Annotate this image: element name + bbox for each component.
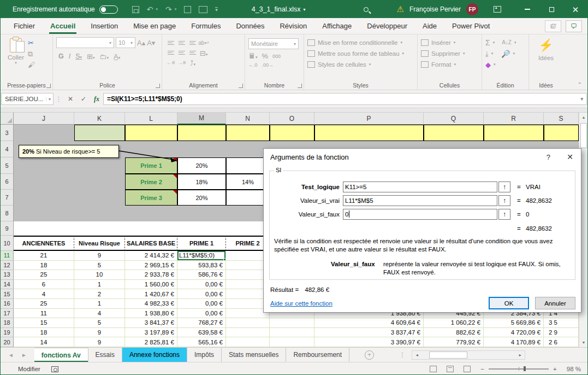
cell-L18[interactable]: 3 841,37 € (125, 318, 177, 328)
sort-filter-icon[interactable]: A↓Z (502, 40, 512, 45)
collapse-dialog-icon[interactable]: ↑ (498, 195, 510, 206)
document-title[interactable]: 4_3_1_final.xlsx▾ (252, 5, 306, 13)
ribbon-display-options-icon[interactable] (494, 6, 501, 13)
row-header-13[interactable]: 13 (1, 270, 14, 280)
row-header-4[interactable]: 4 (1, 141, 14, 157)
ideas-button[interactable]: ⚡ Idées (532, 39, 560, 61)
cell-S18[interactable]: 3 5 (544, 318, 579, 328)
align-top-icon[interactable] (168, 41, 174, 45)
comma-style-button[interactable]: 000 (272, 54, 281, 59)
cell-K17[interactable]: 4 (74, 309, 125, 319)
cell-L11[interactable]: 2 414,32 € (125, 251, 177, 261)
cell-K14[interactable]: 1 (74, 280, 125, 290)
sheet-tab-remboursement[interactable]: Remboursement (286, 348, 349, 362)
ribbon-tab-accueil[interactable]: Accueil (43, 18, 83, 34)
cell-N3[interactable] (226, 125, 270, 141)
shrink-font-icon[interactable]: A▾ (147, 39, 155, 46)
cell-J7[interactable] (14, 190, 74, 206)
dialog-close-icon[interactable]: ✕ (567, 153, 573, 161)
collapse-ribbon-icon[interactable]: ⌃ (578, 81, 582, 87)
ribbon-tab-fichier[interactable]: Fichier (6, 18, 43, 34)
sheet-more-icon[interactable]: ⋮ (399, 351, 405, 359)
select-all-corner[interactable] (1, 113, 14, 125)
zoom-slider[interactable] (489, 368, 549, 369)
arg-input-test_logique[interactable]: K11>=5 (343, 181, 497, 192)
sheet-tab-stats-mensuelles[interactable]: Stats mensuelles (222, 348, 286, 362)
cell-L17[interactable]: 1 938,80 € (125, 309, 177, 319)
page-layout-view-icon[interactable] (447, 366, 454, 372)
active-cell-M11[interactable]: L11*$M$5;0) (177, 251, 226, 261)
cell-M20[interactable]: 565,16 € (177, 337, 226, 347)
cell-M8[interactable] (177, 206, 226, 221)
font-name-select[interactable]: ▾ (56, 37, 114, 48)
sheet-tab-fonctions-av[interactable]: fonctions Av (34, 348, 88, 362)
cell-L12[interactable]: 2 969,15 € (125, 261, 177, 271)
redo-dropdown-icon[interactable]: ▾ (175, 7, 177, 11)
cell-J3[interactable] (14, 125, 74, 141)
col-header-R[interactable]: R (484, 113, 544, 125)
cell-M6[interactable]: 18% (177, 174, 226, 190)
dialog-help-icon[interactable]: ? (547, 153, 550, 161)
cell-K20[interactable]: 9 (74, 337, 125, 347)
font-color-icon[interactable]: A̲▾ (114, 53, 120, 60)
cell-L5[interactable]: Prime 1 (125, 157, 177, 174)
align-left-icon[interactable] (168, 51, 174, 55)
cell-S3[interactable] (544, 125, 579, 141)
row-header-8[interactable]: 8 (1, 206, 14, 221)
cell-O20[interactable] (270, 337, 314, 347)
row-header-16[interactable]: 16 (1, 299, 14, 309)
form-icon[interactable] (199, 6, 207, 13)
normal-view-icon[interactable] (430, 366, 437, 372)
font-size-select[interactable]: 10▾ (116, 37, 135, 48)
sheet-tab-impôts[interactable]: Impôts (187, 348, 222, 362)
cell-L6[interactable]: Prime 2 (125, 174, 177, 190)
zoom-percent[interactable]: 98 % (567, 366, 581, 372)
underline-button[interactable]: S▾ (75, 52, 82, 60)
cell-K16[interactable]: 1 (74, 299, 125, 309)
accounting-format-icon[interactable]: 🖩▾ (248, 52, 258, 60)
cell-K19[interactable]: 9 (74, 328, 125, 338)
cell-L9[interactable] (125, 221, 177, 236)
cell-L19[interactable]: 3 197,89 € (125, 328, 177, 338)
ribbon-tab-formules[interactable]: Formules (183, 18, 228, 34)
cell-N18[interactable] (226, 318, 270, 328)
cell-L20[interactable]: 2 825,81 € (125, 337, 177, 347)
cell-N20[interactable] (226, 337, 270, 347)
sheet-tab-annexe-fonctions[interactable]: Annexe fonctions (122, 348, 187, 362)
row-header-6[interactable]: 6 (1, 174, 14, 190)
cell-Q18[interactable]: 1 060,22 € (424, 318, 484, 328)
cell-J13[interactable]: 25 (14, 270, 74, 280)
cell-J5[interactable] (14, 157, 74, 174)
row-header-15[interactable]: 15 (1, 289, 14, 299)
cell-M18[interactable]: 768,27 € (177, 318, 226, 328)
cell-L7[interactable]: Prime 3 (125, 190, 177, 206)
increase-decimal-icon[interactable]: ←.0 (248, 63, 258, 68)
cell-J12[interactable]: 18 (14, 261, 74, 271)
cell-L3[interactable] (125, 125, 177, 141)
redo-icon[interactable]: ↷ (165, 5, 172, 13)
cell-M12[interactable]: 593,83 € (177, 261, 226, 271)
ribbon-tab-power-pivot[interactable]: Power Pivot (444, 18, 497, 34)
cell-L16[interactable]: 4 982,33 € (125, 299, 177, 309)
enter-entry-button[interactable]: ✓ (77, 93, 90, 105)
cell-P3[interactable] (314, 125, 424, 141)
scroll-left-icon[interactable]: ◄ (412, 351, 421, 359)
undo-icon[interactable]: ↶ (147, 5, 153, 13)
align-bottom-icon[interactable] (189, 41, 196, 45)
cell-K18[interactable]: 5 (74, 318, 125, 328)
cell-Q19[interactable]: 882,62 € (424, 328, 484, 338)
row-header-11[interactable]: 11 (1, 251, 14, 261)
name-box-dropdown-icon[interactable]: ▾ (46, 97, 53, 102)
percent-style-button[interactable]: % (262, 52, 269, 60)
col-header-J[interactable]: J (14, 113, 74, 125)
cell-K6[interactable] (74, 174, 125, 190)
sheet-nav-right-icon[interactable]: ► (21, 352, 27, 358)
function-help-link[interactable]: Aide sur cette fonction (270, 300, 332, 307)
cell-J15[interactable]: 4 (14, 289, 74, 299)
align-center-icon[interactable] (179, 51, 185, 55)
cell-P18[interactable]: 4 609,64 € (314, 318, 424, 328)
cell-L15[interactable]: 1 420,67 € (125, 289, 177, 299)
cell-J17[interactable]: 11 (14, 309, 74, 319)
decrease-indent-icon[interactable]: ←≡ (167, 60, 175, 66)
customize-qat-icon[interactable]: ▾ (215, 7, 218, 12)
